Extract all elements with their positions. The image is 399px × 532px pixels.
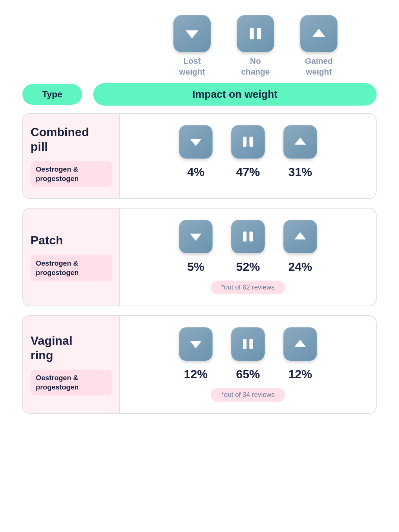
type-subtitle-0: Oestrogen &progestogen [31, 161, 112, 187]
type-col-2: Vaginalring Oestrogen &progestogen [23, 316, 120, 413]
small-icon-pause-2 [231, 327, 265, 361]
data-col-2: 12% 65% 12% *out of 34 reviews [120, 316, 376, 413]
type-badge: Type [22, 84, 82, 105]
type-name-1: Patch [31, 233, 112, 247]
header-icon-label-0: Lostweight [179, 56, 205, 77]
type-col-0: Combinedpill Oestrogen &progestogen [23, 114, 120, 198]
pct-lost-2: 12% [179, 367, 213, 381]
svg-rect-0 [250, 28, 254, 39]
column-header: Type Impact on weight [22, 83, 377, 106]
type-name-2: Vaginalring [31, 334, 112, 362]
svg-rect-7 [249, 339, 253, 349]
impact-badge: Impact on weight [93, 83, 377, 106]
small-icon-pause-1 [231, 220, 265, 253]
small-icon-pause-0 [231, 125, 265, 159]
percentages-row-0: 4% 47% 31% [128, 165, 368, 179]
data-row-2: Vaginalring Oestrogen &progestogen 12% 6… [22, 315, 377, 414]
pct-no-change-1: 52% [231, 260, 265, 274]
percentages-row-2: 12% 65% 12% [128, 367, 368, 381]
pct-gained-1: 24% [283, 260, 317, 274]
small-icon-down-1 [179, 220, 213, 253]
header-icon-col-1: Nochange [235, 15, 276, 77]
pct-gained-0: 31% [283, 165, 317, 179]
icons-row-0 [128, 125, 368, 159]
svg-rect-5 [249, 232, 253, 242]
icons-row-2 [128, 327, 368, 361]
svg-rect-1 [257, 28, 261, 39]
header-icon-down [173, 15, 211, 52]
svg-rect-2 [243, 137, 247, 147]
pct-lost-0: 4% [179, 165, 213, 179]
data-col-1: 5% 52% 24% *out of 62 reviews [120, 209, 376, 306]
review-note-1: *out of 62 reviews [211, 281, 285, 294]
type-col-1: Patch Oestrogen &progestogen [23, 209, 120, 306]
type-name-0: Combinedpill [31, 125, 112, 154]
type-subtitle-1: Oestrogen &progestogen [31, 255, 112, 281]
data-row-1: Patch Oestrogen &progestogen 5% 52% 24% … [22, 208, 377, 306]
small-icon-up-0 [283, 125, 317, 159]
icons-row-1 [128, 220, 368, 253]
data-col-0: 4% 47% 31% [120, 114, 376, 198]
header-icon-up [300, 15, 337, 52]
header-icon-label-1: Nochange [241, 56, 270, 77]
small-icon-down-0 [179, 125, 213, 159]
svg-rect-6 [243, 339, 247, 349]
pct-lost-1: 5% [179, 260, 213, 274]
percentages-row-1: 5% 52% 24% [128, 260, 368, 274]
svg-rect-4 [243, 232, 247, 242]
pct-no-change-2: 65% [231, 367, 265, 381]
header-icon-label-2: Gainedweight [305, 56, 333, 77]
header-icons: Lostweight Nochange Gainedweight [22, 15, 377, 77]
small-icon-up-1 [283, 220, 317, 253]
small-icon-down-2 [179, 327, 213, 361]
svg-rect-3 [249, 137, 253, 147]
header-icon-pause [237, 15, 274, 52]
header-icon-col-0: Lostweight [172, 15, 213, 77]
data-row-0: Combinedpill Oestrogen &progestogen 4% 4… [22, 113, 377, 199]
review-note-2: *out of 34 reviews [211, 388, 285, 402]
small-icon-up-2 [283, 327, 317, 361]
pct-gained-2: 12% [283, 367, 317, 381]
header-icon-col-2: Gainedweight [298, 15, 339, 77]
pct-no-change-0: 47% [231, 165, 265, 179]
type-subtitle-2: Oestrogen &progestogen [31, 370, 112, 395]
